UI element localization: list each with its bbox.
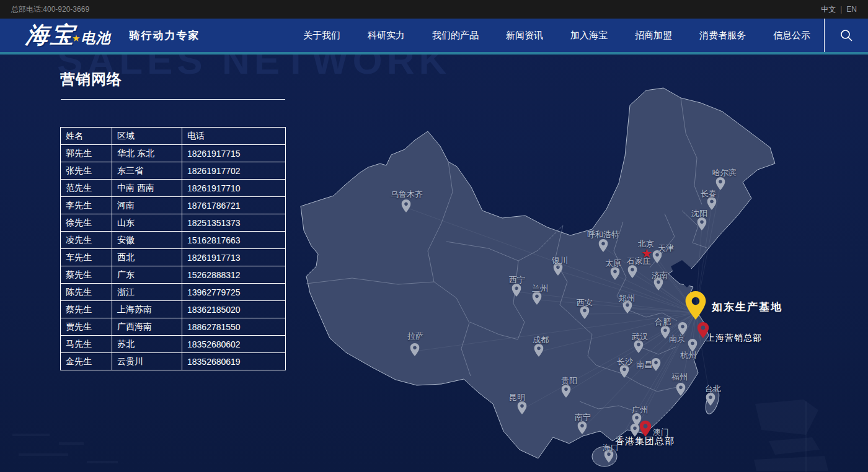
logo-text-main: 海宝 xyxy=(24,20,77,51)
table-cell: 张先生 xyxy=(61,162,112,180)
column-header: 姓名 xyxy=(61,128,112,145)
table-cell: 18761786721 xyxy=(182,197,286,214)
table-cell: 山东 xyxy=(112,214,182,232)
table-cell: 凌先生 xyxy=(61,232,112,249)
table-cell: 15162817663 xyxy=(182,232,286,249)
table-row: 李先生河南18761786721 xyxy=(61,197,286,214)
lang-divider: | xyxy=(840,5,842,14)
table-row: 张先生东三省18261917702 xyxy=(61,162,286,180)
navbar: 海宝 ★ 电池 骑行动力专家 关于我们科研实力我们的产品新闻资讯加入海宝招商加盟… xyxy=(0,19,868,52)
table-cell: 金先生 xyxy=(61,353,112,370)
table-row: 金先生云贵川18352680619 xyxy=(61,353,286,370)
table-cell: 18362185020 xyxy=(182,301,286,318)
table-cell: 18251351373 xyxy=(182,214,286,232)
nav-item[interactable]: 科研实力 xyxy=(354,19,418,52)
language-switcher: 中文 | EN xyxy=(821,4,857,15)
table-cell: 安徽 xyxy=(112,232,182,249)
table-cell: 陈先生 xyxy=(61,284,112,301)
brand-tagline: 骑行动力专家 xyxy=(129,28,200,43)
search-button[interactable] xyxy=(825,19,868,52)
table-cell: 15262888312 xyxy=(182,266,286,284)
table-row: 凌先生安徽15162817663 xyxy=(61,232,286,249)
nav-item[interactable]: 招商加盟 xyxy=(621,19,686,52)
nav-menu: 关于我们科研实力我们的产品新闻资讯加入海宝招商加盟消费者服务信息公示 xyxy=(290,19,824,52)
table-cell: 云贵川 xyxy=(112,353,182,370)
hq-phone: 总部电话:400-920-3669 xyxy=(11,4,89,15)
table-cell: 18261917702 xyxy=(182,162,286,180)
table-cell: 范先生 xyxy=(61,180,112,197)
nav-item[interactable]: 新闻资讯 xyxy=(492,19,557,52)
table-row: 蔡先生广东15262888312 xyxy=(61,266,286,284)
nav-item[interactable]: 消费者服务 xyxy=(686,19,760,52)
page-title: 营销网络 xyxy=(60,69,122,89)
table-cell: 郭先生 xyxy=(61,145,112,162)
nav-item[interactable]: 信息公示 xyxy=(760,19,824,52)
brand-logo[interactable]: 海宝 ★ 电池 xyxy=(26,20,110,51)
contact-table-header-row: 姓名区域电话 xyxy=(61,128,286,145)
accent-strip xyxy=(0,52,868,55)
table-cell: 13962779725 xyxy=(182,284,286,301)
table-cell: 上海苏南 xyxy=(112,301,182,318)
table-cell: 广西海南 xyxy=(112,318,182,336)
table-cell: 中南 西南 xyxy=(112,180,182,197)
table-cell: 广东 xyxy=(112,266,182,284)
table-cell: 李先生 xyxy=(61,197,112,214)
topbar: 总部电话:400-920-3669 中文 | EN xyxy=(0,0,868,19)
hainan-island xyxy=(592,447,617,466)
table-cell: 马先生 xyxy=(61,336,112,353)
table-cell: 18261917715 xyxy=(182,145,286,162)
table-cell: 浙江 xyxy=(112,284,182,301)
table-row: 蔡先生上海苏南18362185020 xyxy=(61,301,286,318)
table-cell: 18352680602 xyxy=(182,336,286,353)
table-cell: 18352680619 xyxy=(182,353,286,370)
table-row: 车先生西北18261917713 xyxy=(61,249,286,266)
table-row: 郭先生华北 东北18261917715 xyxy=(61,145,286,162)
china-outline xyxy=(301,88,775,458)
contact-table-body: 郭先生华北 东北18261917715张先生东三省18261917702范先生中… xyxy=(61,145,286,370)
column-header: 电话 xyxy=(182,128,286,145)
table-cell: 18261917710 xyxy=(182,180,286,197)
table-cell: 东三省 xyxy=(112,162,182,180)
column-header: 区域 xyxy=(112,128,182,145)
search-icon xyxy=(839,28,853,42)
nav-item[interactable]: 我们的产品 xyxy=(418,19,492,52)
table-cell: 贾先生 xyxy=(61,318,112,336)
table-row: 徐先生山东18251351373 xyxy=(61,214,286,232)
nav-item[interactable]: 加入海宝 xyxy=(557,19,621,52)
table-row: 贾先生广西海南18862781550 xyxy=(61,318,286,336)
table-row: 陈先生浙江13962779725 xyxy=(61,284,286,301)
table-cell: 西北 xyxy=(112,249,182,266)
table-cell: 18261917713 xyxy=(182,249,286,266)
table-row: 马先生苏北18352680602 xyxy=(61,336,286,353)
table-cell: 华北 东北 xyxy=(112,145,182,162)
table-cell: 蔡先生 xyxy=(61,301,112,318)
table-cell: 苏北 xyxy=(112,336,182,353)
table-row: 范先生中南 西南18261917710 xyxy=(61,180,286,197)
table-cell: 徐先生 xyxy=(61,214,112,232)
lang-en-link[interactable]: EN xyxy=(846,5,857,14)
table-cell: 河南 xyxy=(112,197,182,214)
title-underline xyxy=(61,99,285,100)
contact-table: 姓名区域电话 郭先生华北 东北18261917715张先生东三省18261917… xyxy=(60,127,286,370)
lang-zh-link[interactable]: 中文 xyxy=(821,4,836,15)
logo-star-icon: ★ xyxy=(72,33,80,44)
table-cell: 蔡先生 xyxy=(61,266,112,284)
table-cell: 18862781550 xyxy=(182,318,286,336)
nav-item[interactable]: 关于我们 xyxy=(290,19,354,52)
taiwan-island xyxy=(703,387,722,416)
table-cell: 车先生 xyxy=(61,249,112,266)
logo-text-sub: 电池 xyxy=(81,28,110,48)
